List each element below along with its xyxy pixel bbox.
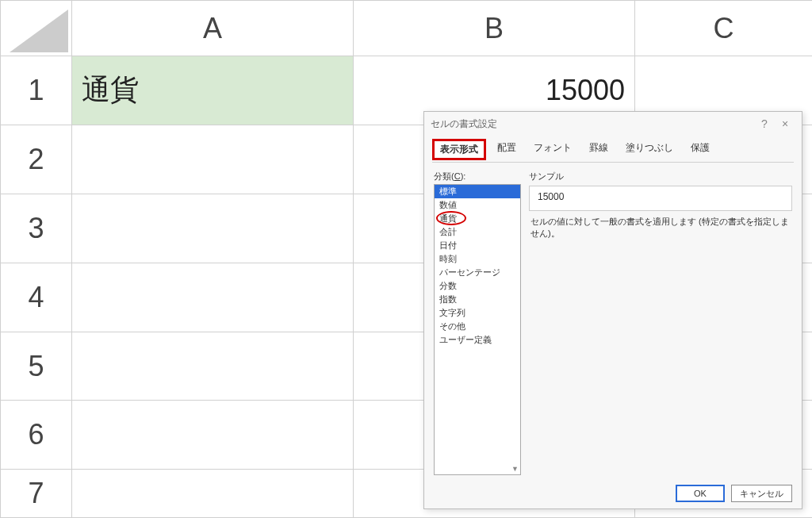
tab-number-format[interactable]: 表示形式	[432, 139, 486, 160]
category-item[interactable]: 文字列	[435, 306, 520, 320]
row-header-2[interactable]: 2	[1, 125, 72, 194]
category-item[interactable]: 通貨	[435, 212, 520, 225]
scroll-down-icon: ▼	[511, 465, 519, 473]
sample-preview: 15000	[529, 186, 792, 211]
tab-border[interactable]: 罫線	[583, 139, 615, 160]
category-item[interactable]: 日付	[435, 239, 520, 252]
cell-A1[interactable]: 通貨	[72, 56, 354, 125]
tab-fill[interactable]: 塗りつぶし	[619, 139, 680, 160]
category-listbox[interactable]: ▲ ▼ 標準数値通貨会計日付時刻パーセンテージ分数指数文字列その他ユーザー定義	[434, 184, 521, 475]
close-icon[interactable]: ×	[775, 117, 795, 130]
help-icon[interactable]: ?	[754, 117, 775, 130]
dialog-titlebar[interactable]: セルの書式設定 ? ×	[424, 112, 802, 136]
col-header-B[interactable]: B	[354, 1, 635, 56]
category-item[interactable]: 時刻	[435, 252, 520, 266]
select-all-corner[interactable]	[1, 1, 72, 56]
cell-A5[interactable]	[72, 332, 354, 401]
cell-A6[interactable]	[72, 401, 354, 470]
cancel-button[interactable]: キャンセル	[731, 485, 792, 502]
cell-A7[interactable]	[72, 470, 354, 518]
category-item[interactable]: 標準	[435, 185, 520, 198]
row-header-7[interactable]: 7	[1, 470, 72, 518]
row-header-4[interactable]: 4	[1, 263, 72, 332]
category-item[interactable]: ユーザー定義	[435, 333, 520, 347]
format-description: セルの値に対して一般の書式を適用します (特定の書式を指定しません)。	[529, 211, 792, 244]
col-header-A[interactable]: A	[72, 1, 354, 56]
row-header-6[interactable]: 6	[1, 401, 72, 470]
sample-label: サンプル	[529, 171, 792, 182]
col-header-C[interactable]: C	[635, 1, 813, 56]
category-item[interactable]: パーセンテージ	[435, 266, 520, 279]
tab-protection[interactable]: 保護	[684, 139, 716, 160]
row-header-1[interactable]: 1	[1, 56, 72, 125]
category-item[interactable]: 数値	[435, 198, 520, 212]
tab-font[interactable]: フォント	[527, 139, 578, 160]
tab-alignment[interactable]: 配置	[491, 139, 523, 160]
format-cells-dialog: セルの書式設定 ? × 表示形式 配置 フォント 罫線 塗りつぶし 保護 分類(…	[423, 111, 802, 509]
category-item[interactable]: 分数	[435, 279, 520, 293]
category-item[interactable]: 会計	[435, 225, 520, 239]
row-header-5[interactable]: 5	[1, 332, 72, 401]
ok-button[interactable]: OK	[676, 485, 725, 502]
select-all-triangle-icon	[10, 10, 68, 52]
dialog-title: セルの書式設定	[431, 117, 497, 131]
sample-value: 15000	[538, 191, 564, 202]
category-item[interactable]: その他	[435, 320, 520, 333]
dialog-tabs: 表示形式 配置 フォント 罫線 塗りつぶし 保護	[424, 136, 802, 160]
category-label: 分類(C):	[434, 171, 521, 182]
row-header-3[interactable]: 3	[1, 194, 72, 263]
cell-A3[interactable]	[72, 194, 354, 263]
category-item[interactable]: 指数	[435, 293, 520, 306]
cell-A4[interactable]	[72, 263, 354, 332]
cell-A2[interactable]	[72, 125, 354, 194]
